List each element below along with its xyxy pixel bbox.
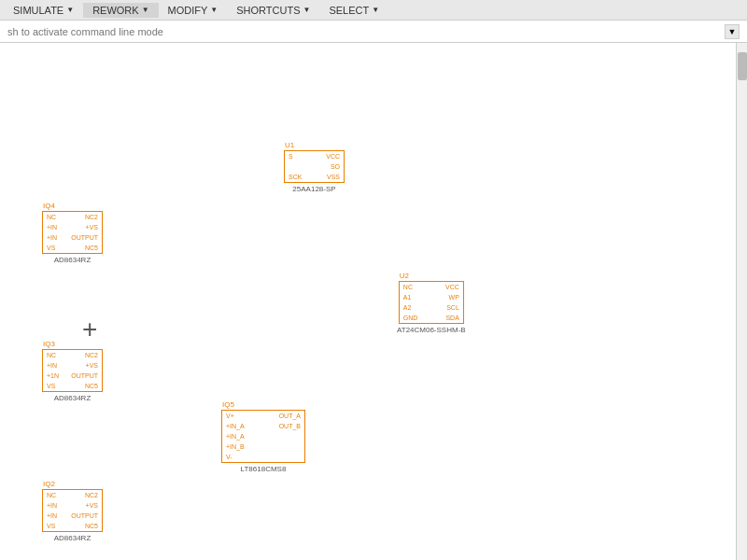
scrollbar-vertical[interactable] <box>736 43 747 560</box>
component-U2-ref: U2 <box>400 272 409 280</box>
pin-row: V+ OUT_A <box>222 411 304 421</box>
menu-select-arrow: ▼ <box>372 6 379 14</box>
menu-simulate[interactable]: SIMULATE ▼ <box>4 3 83 18</box>
pin-row: NC NC2 <box>43 350 102 360</box>
pin-row: +IN OUTPUT <box>43 511 102 521</box>
menu-simulate-arrow: ▼ <box>66 6 74 14</box>
pin-row: VS NC5 <box>43 243 102 253</box>
menu-bar: SIMULATE ▼ REWORK ▼ MODIFY ▼ SHORTCUTS ▼… <box>0 0 747 21</box>
pin-row: S VCC <box>285 151 344 161</box>
component-IQ4-label: AD8634RZ <box>54 256 92 264</box>
component-U1-ref: U1 <box>285 141 294 149</box>
pin-row: +1N OUTPUT <box>43 371 102 381</box>
pin-row: +IN OUTPUT <box>43 232 102 243</box>
pin-row: +IN_A OUT_B <box>222 421 304 431</box>
menu-shortcuts[interactable]: SHORTCUTS ▼ <box>227 3 319 18</box>
component-IQ3-body: IQ3 NC NC2 +IN +VS +1N OUTPUT VS NC5 <box>42 349 103 392</box>
menu-shortcuts-label: SHORTCUTS <box>236 5 300 16</box>
component-IQ3-label: AD8634RZ <box>54 394 92 402</box>
menu-rework-label: REWORK <box>92 5 139 16</box>
menu-select[interactable]: SELECT ▼ <box>319 3 388 18</box>
pin-row: +IN_A <box>222 431 304 441</box>
menu-modify-label: MODIFY <box>168 5 208 16</box>
component-IQ3-ref: IQ3 <box>43 340 55 348</box>
plus-icon: + <box>82 316 97 343</box>
component-U1[interactable]: U1 S VCC SO SCK VSS 25AA128-SP <box>284 150 345 193</box>
pin-row: NC NC2 <box>43 490 102 500</box>
cmd-bar-dropdown[interactable]: ▼ <box>725 24 740 39</box>
pin-row: A2 SCL <box>400 302 463 313</box>
component-IQ4-body: IQ4 NC NC2 +IN +VS +IN OUTPUT VS NC5 <box>42 211 103 254</box>
component-IQ5-ref: IQ5 <box>222 400 234 409</box>
pin-row: VS NC5 <box>43 381 102 391</box>
pin-row: NC VCC <box>400 282 463 292</box>
pin-row: +IN_B <box>222 441 304 452</box>
component-IQ4-ref: IQ4 <box>43 202 55 210</box>
menu-modify[interactable]: MODIFY ▼ <box>159 3 228 18</box>
component-U2-body: U2 NC VCC A1 WP A2 SCL GND SDA <box>399 281 464 324</box>
menu-simulate-label: SIMULATE <box>13 5 63 16</box>
component-IQ3[interactable]: IQ3 NC NC2 +IN +VS +1N OUTPUT VS NC5 <box>42 349 103 402</box>
pin-row: NC NC2 <box>43 212 102 222</box>
schematic-canvas: U1 S VCC SO SCK VSS 25AA128-SP IQ4 NC <box>0 43 747 560</box>
command-input[interactable] <box>7 26 288 37</box>
pin-row: +IN +VS <box>43 500 102 511</box>
component-U1-label: 25AA128-SP <box>292 185 335 193</box>
component-U2[interactable]: U2 NC VCC A1 WP A2 SCL GND SDA AT24 <box>397 281 466 334</box>
component-IQ2-label: AD8634RZ <box>54 534 92 542</box>
component-U1-body: U1 S VCC SO SCK VSS <box>284 150 345 183</box>
pin-row: VS NC5 <box>43 521 102 531</box>
component-IQ4[interactable]: IQ4 NC NC2 +IN +VS +IN OUTPUT VS NC5 <box>42 211 103 264</box>
command-bar: ▼ <box>0 21 747 43</box>
component-U2-label: AT24CM06-SSHM-B <box>397 326 466 334</box>
pin-row: A1 WP <box>400 292 463 302</box>
component-IQ5-body: IQ5 V+ OUT_A +IN_A OUT_B +IN_A +IN_B <box>221 410 305 463</box>
pin-row: V- <box>222 452 304 462</box>
pin-row: +IN +VS <box>43 222 102 232</box>
component-IQ5-label: LT8618CMS8 <box>241 465 287 473</box>
pin-row: SCK VSS <box>285 172 344 182</box>
component-IQ2-body: IQ2 NC NC2 +IN +VS +IN OUTPUT VS NC5 <box>42 489 103 532</box>
component-IQ2[interactable]: IQ2 NC NC2 +IN +VS +IN OUTPUT VS NC5 <box>42 489 103 542</box>
pin-row: GND SDA <box>400 313 463 323</box>
menu-modify-arrow: ▼ <box>210 6 218 14</box>
menu-rework[interactable]: REWORK ▼ <box>83 3 158 18</box>
pin-row: +IN +VS <box>43 360 102 371</box>
pin-row: SO <box>285 161 344 172</box>
menu-shortcuts-arrow: ▼ <box>303 6 311 14</box>
menu-select-label: SELECT <box>329 5 369 16</box>
component-IQ5[interactable]: IQ5 V+ OUT_A +IN_A OUT_B +IN_A +IN_B <box>221 410 305 473</box>
component-IQ2-ref: IQ2 <box>43 480 55 488</box>
scrollbar-thumb[interactable] <box>738 52 747 80</box>
menu-rework-arrow: ▼ <box>142 6 149 14</box>
